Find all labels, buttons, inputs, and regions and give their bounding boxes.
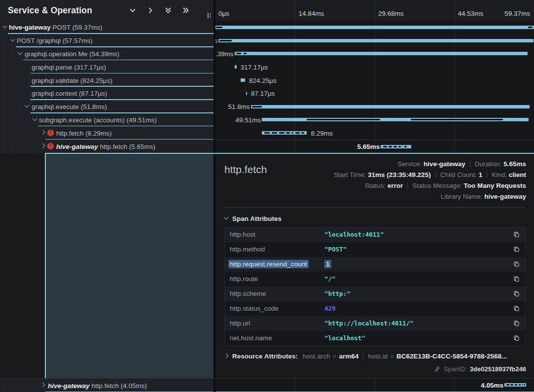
attribute-key: http.host <box>230 231 324 238</box>
resource-key: host.id <box>368 353 388 360</box>
span-bar[interactable] <box>246 92 247 95</box>
error-icon: ! <box>47 143 54 150</box>
tree-header-title: Service & Operation <box>8 5 92 16</box>
copy-icon[interactable] <box>512 289 521 298</box>
span-bar[interactable] <box>218 39 534 42</box>
copy-icon[interactable] <box>512 245 521 254</box>
chevron-right-icon[interactable] <box>41 144 46 149</box>
operation-name: POST (59.37ms) <box>53 24 103 31</box>
timeline-axis[interactable]: 0µs14.84ms29.68ms44.53ms59.37ms <box>215 0 534 21</box>
double-chevron-right-icon[interactable] <box>181 6 190 15</box>
span-label: hive-gateway http.fetch (5.65ms) <box>56 143 155 150</box>
duration-label: 317.17µs <box>241 63 268 71</box>
copy-icon[interactable] <box>512 319 521 328</box>
axis-tick: 44.53ms <box>458 10 484 17</box>
span-row[interactable]: subgraph.execute (accounts) (49.51ms)49.… <box>0 113 534 127</box>
duration-label: 49.51ms <box>236 116 261 123</box>
span-row[interactable]: hive-gateway http.fetch (4.05ms)4.05ms <box>0 379 534 392</box>
operation-name: graphql.validate (824.25µs) <box>32 76 112 84</box>
meta-separator <box>470 161 470 167</box>
child-span-mark <box>291 132 293 134</box>
timeline-row[interactable]: 8.29ms <box>215 126 534 140</box>
child-span-mark <box>301 132 304 134</box>
copy-icon[interactable] <box>512 275 521 284</box>
chevron-right-icon[interactable] <box>146 6 154 15</box>
axis-tick: 0µs <box>218 10 229 17</box>
span-row[interactable]: graphql.context (87.17µs)87.17µs <box>0 87 534 100</box>
timeline-row[interactable]: 5.65ms <box>215 140 534 153</box>
timeline-row[interactable]: 54.39ms <box>215 47 534 61</box>
timeline-row[interactable]: 4.05ms <box>215 379 534 392</box>
attribute-row[interactable]: http.route"/" <box>225 272 526 286</box>
span-bar[interactable] <box>241 78 245 82</box>
timeline-row[interactable]: 51.8ms <box>215 100 534 113</box>
resource-separator <box>363 353 363 359</box>
chevron-down-icon[interactable] <box>128 6 137 15</box>
tree-cell: graphql.parse (317.17µs) <box>0 60 214 73</box>
chevron-right-icon[interactable] <box>41 383 46 388</box>
span-row[interactable]: graphql.execute (51.8ms)51.8ms <box>0 100 534 113</box>
attribute-row[interactable]: http.scheme"http:" <box>225 286 526 301</box>
span-row[interactable]: graphql.validate (824.25µs)824.25µs <box>0 73 534 87</box>
copy-icon[interactable] <box>512 230 521 239</box>
timeline-row[interactable]: 57.57ms <box>215 34 534 47</box>
chevron-down-icon[interactable] <box>18 51 23 56</box>
span-bar[interactable] <box>251 105 530 108</box>
duration-label: 5.65ms <box>357 143 380 150</box>
attribute-row[interactable]: net.host.name"localhost" <box>225 331 526 346</box>
span-bar[interactable] <box>235 65 237 69</box>
detail-indent-area <box>0 153 214 378</box>
chevron-down-icon[interactable] <box>25 104 30 109</box>
copy-icon[interactable] <box>512 334 521 343</box>
service-name: hive-gateway <box>56 143 98 150</box>
timeline-row[interactable]: 824.25µs <box>215 73 534 87</box>
meta-label: Start Time: <box>334 171 368 178</box>
timeline-row[interactable]: 87.17µs <box>215 87 534 100</box>
axis-tick: 29.68ms <box>378 10 404 17</box>
attribute-key: http.scheme <box>230 290 324 297</box>
meta-separator <box>407 182 408 189</box>
meta-label: Library Name: <box>441 193 485 200</box>
attribute-row[interactable]: http.url"http://localhost:4011/" <box>225 316 526 331</box>
span-row[interactable]: !http.fetch (8.29ms)8.29ms <box>0 126 534 140</box>
span-label: graphql.operation Me (54.39ms) <box>25 50 119 57</box>
resource-attributes[interactable]: Resource Attributes:host.arch=arm64host.… <box>224 353 526 360</box>
highlighted-text: http.request.resend_count <box>228 260 309 268</box>
copy-icon[interactable] <box>512 260 521 269</box>
tree-cell: graphql.validate (824.25µs) <box>0 73 214 87</box>
timeline-row[interactable] <box>215 21 534 34</box>
span-rows: hive-gateway POST (59.37ms)POST /graphql… <box>0 21 534 153</box>
span-label: hive-gateway http.fetch (4.05ms) <box>48 382 147 389</box>
attribute-row[interactable]: http.request.resend_count1 <box>225 257 526 272</box>
chevron-right-icon[interactable] <box>41 131 46 136</box>
attribute-row[interactable]: http.method"POST" <box>225 242 526 257</box>
span-label: graphql.parse (317.17µs) <box>32 63 106 71</box>
double-chevron-down-icon[interactable] <box>164 6 172 15</box>
meta-label: Status: <box>365 182 388 189</box>
duration-label: 824.25µs <box>249 76 277 84</box>
chevron-down-icon[interactable] <box>10 38 15 43</box>
span-row[interactable]: graphql.operation Me (54.39ms)54.39ms <box>0 47 534 61</box>
attribute-row[interactable]: http.host"localhost:4011" <box>225 227 526 242</box>
attribute-row[interactable]: http.status_code429 <box>225 301 526 316</box>
attribute-value: "localhost" <box>324 334 365 342</box>
timeline-row[interactable]: 49.51ms <box>215 113 534 127</box>
span-row[interactable]: POST /graphql (57.57ms)57.57ms <box>0 34 534 47</box>
span-row[interactable]: graphql.parse (317.17µs)317.17µs <box>0 60 534 73</box>
span-row[interactable]: !hive-gateway http.fetch (5.65ms)5.65ms <box>0 140 534 153</box>
attribute-key: http.url <box>230 320 324 327</box>
operation-name: graphql.execute (51.8ms) <box>32 103 107 110</box>
child-span-mark <box>264 132 270 134</box>
spanid-label: SpanID: <box>444 365 467 373</box>
span-attributes-header[interactable]: Span Attributes <box>224 215 526 222</box>
copy-icon[interactable] <box>512 304 521 313</box>
panel-resize-handle[interactable] <box>208 13 211 18</box>
span-row[interactable]: hive-gateway POST (59.37ms) <box>0 21 534 34</box>
chevron-down-icon[interactable] <box>33 117 37 122</box>
span-bar[interactable] <box>235 52 528 55</box>
spanid-line: SpanID: 3de02518937fb246 <box>224 365 526 373</box>
meta-value: 5.65ms <box>503 160 526 168</box>
chevron-down-icon[interactable] <box>2 25 7 30</box>
span-bar[interactable] <box>215 26 534 29</box>
timeline-row[interactable]: 317.17µs <box>215 60 534 73</box>
